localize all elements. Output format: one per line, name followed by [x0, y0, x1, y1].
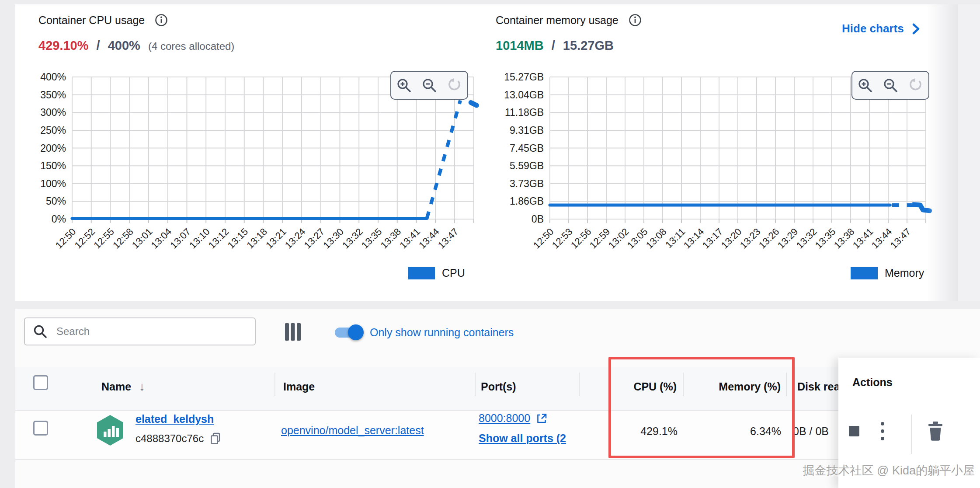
y-axis-tick-label: 200% — [40, 143, 66, 154]
container-id: c4888370c76c — [136, 432, 204, 445]
zoom-reset-button[interactable] — [906, 76, 925, 95]
cpu-current-value: 429.10% — [38, 38, 89, 52]
y-axis-tick-label: 3.73GB — [510, 178, 544, 189]
x-axis-tick-label: 13:44 — [869, 226, 894, 251]
x-axis-tick-label: 13:12 — [206, 226, 231, 251]
search-input[interactable] — [56, 325, 247, 338]
x-axis-tick-label: 12:52 — [73, 226, 97, 251]
x-axis-tick-label: 12:55 — [91, 226, 116, 251]
y-axis-tick-label: 0% — [52, 213, 66, 225]
info-icon[interactable] — [154, 13, 168, 27]
x-axis-tick-label: 13:08 — [644, 226, 669, 251]
y-axis-tick-label: 350% — [40, 89, 66, 101]
zoom-reset-button[interactable] — [445, 76, 464, 95]
x-axis-tick-label: 13:27 — [302, 226, 327, 251]
actions-divider — [911, 415, 912, 454]
x-axis-tick-label: 13:14 — [681, 226, 706, 251]
zoom-out-button[interactable] — [881, 76, 900, 95]
external-link-icon[interactable] — [535, 412, 548, 425]
search-box — [24, 317, 256, 345]
panel-edge-fade — [927, 4, 958, 301]
column-divider — [579, 373, 580, 396]
y-axis-tick-label: 400% — [40, 71, 66, 83]
column-header-image[interactable]: Image — [283, 380, 315, 393]
x-axis-tick-label: 13:32 — [340, 226, 365, 251]
sort-desc-icon[interactable]: ↓ — [139, 380, 145, 394]
x-axis-tick-label: 12:50 — [53, 226, 78, 251]
column-header-memory[interactable]: Memory (%) — [686, 380, 781, 393]
more-actions-kebab-icon[interactable] — [876, 421, 889, 442]
only-running-toggle-label[interactable]: Only show running containers — [370, 326, 514, 339]
column-header-disk[interactable]: Disk rea — [797, 380, 840, 393]
column-header-cpu[interactable]: CPU (%) — [590, 380, 677, 393]
zoom-in-button[interactable] — [855, 76, 875, 95]
memory-chart-zoom-controls — [851, 71, 929, 100]
container-name-link[interactable]: elated_keldysh — [136, 413, 214, 425]
x-axis-tick-label: 12:50 — [531, 226, 556, 251]
cpu-percent-cell: 429.1% — [590, 425, 678, 438]
image-link[interactable]: openvino/model_server:latest — [281, 424, 424, 437]
x-axis-tick-label: 13:23 — [738, 226, 763, 251]
x-axis-tick-label: 13:47 — [436, 226, 461, 251]
x-axis-tick-label: 13:47 — [888, 226, 913, 251]
x-axis-tick-label: 13:35 — [359, 226, 384, 251]
search-icon — [33, 324, 48, 339]
x-axis-tick-label: 13:44 — [417, 226, 441, 251]
copy-icon[interactable] — [210, 432, 221, 445]
memory-legend: Memory — [851, 267, 924, 279]
x-axis-tick-label: 12:53 — [550, 226, 575, 251]
x-axis-tick-label: 13:17 — [700, 226, 725, 251]
column-header-name[interactable]: Name — [101, 380, 131, 393]
delete-container-trash-icon[interactable] — [926, 421, 945, 442]
cpu-chart-zoom-controls — [390, 71, 468, 100]
memory-chart-title: Container memory usage — [496, 14, 619, 27]
columns-icon[interactable] — [281, 321, 304, 343]
cpu-legend: CPU — [408, 267, 465, 279]
y-axis-tick-label: 1.86GB — [510, 195, 544, 207]
x-axis-tick-label: 13:15 — [226, 226, 250, 251]
memory-percent-cell: 6.34% — [695, 425, 781, 438]
x-axis-tick-label: 13:24 — [283, 226, 308, 251]
cpu-legend-swatch — [408, 267, 435, 279]
y-axis-tick-label: 7.45GB — [510, 143, 544, 154]
x-axis-tick-label: 13:11 — [663, 226, 687, 250]
zoom-out-button[interactable] — [420, 76, 439, 95]
stop-container-button[interactable] — [846, 423, 862, 439]
cpu-chart-title: Container CPU usage — [38, 14, 145, 27]
x-axis-tick-label: 13:21 — [264, 226, 288, 251]
hide-charts-link[interactable]: Hide charts — [842, 22, 921, 35]
cpu-cores-note: (4 cores allocated) — [148, 40, 234, 52]
port-link[interactable]: 8000:8000 — [479, 412, 530, 425]
y-axis-tick-label: 15.27GB — [504, 71, 544, 83]
watermark: 掘金技术社区 @ Kida的躺平小屋 — [803, 463, 975, 478]
y-axis-tick-label: 250% — [40, 125, 66, 136]
column-header-ports[interactable]: Port(s) — [481, 380, 516, 393]
container-icon — [97, 415, 124, 448]
info-icon[interactable] — [628, 13, 642, 27]
column-divider — [786, 373, 787, 396]
x-axis-tick-label: 13:38 — [379, 226, 403, 251]
row-checkbox[interactable] — [33, 421, 48, 436]
x-axis-tick-label: 12:56 — [569, 226, 594, 251]
x-axis-tick-label: 13:18 — [244, 226, 269, 251]
x-axis-tick-label: 13:30 — [321, 226, 346, 251]
x-axis-tick-label: 13:41 — [851, 226, 876, 251]
zoom-in-button[interactable] — [394, 76, 414, 95]
show-all-ports-link[interactable]: Show all ports (2 — [479, 432, 566, 445]
x-axis-tick-label: 13:05 — [625, 226, 650, 251]
series-line-dashed — [427, 101, 461, 219]
y-axis-tick-label: 11.18GB — [505, 107, 544, 118]
column-divider — [683, 373, 684, 396]
y-axis-tick-label: 5.59GB — [510, 160, 544, 171]
y-axis-tick-label: 150% — [40, 160, 66, 171]
x-axis-tick-label: 12:58 — [111, 226, 136, 251]
only-running-toggle[interactable] — [332, 324, 364, 340]
x-axis-tick-label: 13:10 — [187, 226, 212, 251]
select-all-checkbox[interactable] — [33, 375, 48, 390]
memory-current-value: 1014MB — [496, 38, 544, 52]
memory-limit-value: 15.27GB — [563, 38, 614, 52]
x-axis-tick-label: 13:07 — [168, 226, 193, 251]
memory-usage-stat: 1014MB / 15.27GB — [496, 38, 614, 53]
x-axis-tick-label: 13:26 — [757, 226, 782, 251]
y-axis-tick-label: 0B — [532, 213, 544, 225]
